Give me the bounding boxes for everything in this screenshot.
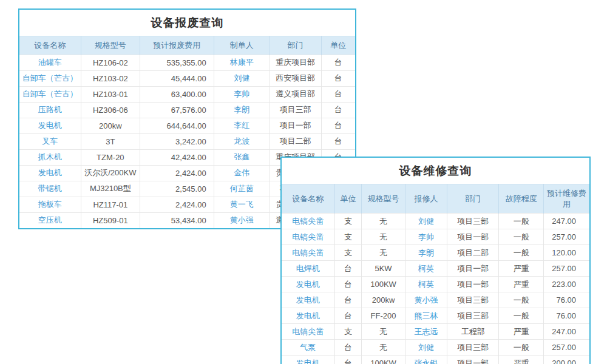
cell: 100KW xyxy=(362,277,405,292)
link-cell[interactable]: 自卸车（芒古） xyxy=(19,70,81,86)
link-cell[interactable]: 空压机 xyxy=(19,212,81,228)
link-cell[interactable]: 柯英 xyxy=(405,261,447,277)
link-cell[interactable]: 带锯机 xyxy=(19,181,81,197)
cell: 53,434.00 xyxy=(140,212,214,228)
cell: 严重 xyxy=(499,261,544,277)
column-header: 预计维修费用 xyxy=(543,184,589,214)
link-cell[interactable]: 李朗 xyxy=(405,245,447,261)
cell: 台 xyxy=(321,70,355,86)
link-cell[interactable]: 叉车 xyxy=(19,133,81,149)
column-header: 规格型号 xyxy=(81,36,140,55)
cell: 200kw xyxy=(81,118,140,133)
link-cell[interactable]: 金伟 xyxy=(214,165,270,181)
cell: HZ106-02 xyxy=(81,55,140,70)
cell: 台 xyxy=(334,308,362,324)
cell: 2,545.00 xyxy=(140,181,214,197)
column-header: 报修人 xyxy=(405,184,447,214)
cell: 5KW xyxy=(362,261,405,277)
link-cell[interactable]: 发电机 xyxy=(19,165,81,181)
header-row: 设备名称规格型号预计报废费用制单人部门单位 xyxy=(19,36,355,55)
link-cell[interactable]: 抓木机 xyxy=(19,149,81,165)
cell: 200.00 xyxy=(543,356,589,364)
cell: 无 xyxy=(362,324,405,340)
link-cell[interactable]: 李朗 xyxy=(214,102,270,118)
scrap-table-head: 设备名称规格型号预计报废费用制单人部门单位 xyxy=(19,36,355,55)
link-cell[interactable]: 电镐尖凿 xyxy=(282,214,334,229)
link-cell[interactable]: 发电机 xyxy=(282,292,334,308)
cell: 644,644.00 xyxy=(140,118,214,133)
cell: 台 xyxy=(321,118,355,133)
link-cell[interactable]: 黄一飞 xyxy=(214,197,270,212)
cell: 台 xyxy=(334,340,362,356)
link-cell[interactable]: 气泵 xyxy=(282,340,334,356)
table-row: 电镐尖凿支无王志远工程部严重247.00 xyxy=(282,324,589,340)
cell: 项目一部 xyxy=(270,118,322,133)
link-cell[interactable]: 拖板车 xyxy=(19,197,81,212)
table-row: 油罐车HZ106-02535,355.00林康平重庆项目部台 xyxy=(19,55,355,70)
link-cell[interactable]: 电焊机 xyxy=(282,261,334,277)
cell: 一般 xyxy=(499,245,544,261)
table-row: 电镐尖凿支无李朗项目二部一般120.00 xyxy=(282,245,589,261)
cell: 无 xyxy=(362,214,405,229)
link-cell[interactable]: 李帅 xyxy=(214,86,270,102)
link-cell[interactable]: 张永银 xyxy=(405,356,447,364)
cell: 台 xyxy=(334,277,362,292)
cell: 无 xyxy=(362,229,405,245)
cell: 120.00 xyxy=(543,245,589,261)
link-cell[interactable]: 林康平 xyxy=(214,55,270,70)
link-cell[interactable]: 王志远 xyxy=(405,324,447,340)
link-cell[interactable]: 压路机 xyxy=(19,102,81,118)
cell: MJ3210B型 xyxy=(81,181,140,197)
cell: 223.00 xyxy=(543,277,589,292)
link-cell[interactable]: 黄小强 xyxy=(214,212,270,228)
link-cell[interactable]: 李帅 xyxy=(405,229,447,245)
cell: 台 xyxy=(334,292,362,308)
cell: 100KW xyxy=(362,356,405,364)
cell: 2,424.00 xyxy=(140,197,214,212)
link-cell[interactable]: 电镐尖凿 xyxy=(282,229,334,245)
link-cell[interactable]: 电镐尖凿 xyxy=(282,245,334,261)
link-cell[interactable]: 发电机 xyxy=(282,356,334,364)
link-cell[interactable]: 李红 xyxy=(214,118,270,133)
cell: 2,424.00 xyxy=(140,165,214,181)
link-cell[interactable]: 油罐车 xyxy=(19,55,81,70)
link-cell[interactable]: 柯英 xyxy=(405,277,447,292)
cell: 45,444.00 xyxy=(140,70,214,86)
link-cell[interactable]: 刘健 xyxy=(405,340,447,356)
table-row: 电镐尖凿支无李帅项目一部一般257.00 xyxy=(282,229,589,245)
link-cell[interactable]: 自卸车（芒古） xyxy=(19,86,81,102)
cell: 3,242.00 xyxy=(140,133,214,149)
repair-table: 设备名称单位规格型号报修人部门故障程度预计维修费用 电镐尖凿支无刘健项目三部一般… xyxy=(282,184,589,364)
column-header: 部门 xyxy=(447,184,499,214)
column-header: 设备名称 xyxy=(282,184,334,214)
link-cell[interactable]: 发电机 xyxy=(282,277,334,292)
cell: 535,355.00 xyxy=(140,55,214,70)
cell: 247.00 xyxy=(543,324,589,340)
cell: 支 xyxy=(334,245,362,261)
cell: 严重 xyxy=(499,277,544,292)
cell: 项目三部 xyxy=(447,214,499,229)
cell: 重庆项目部 xyxy=(270,55,322,70)
link-cell[interactable]: 熊三林 xyxy=(405,308,447,324)
cell: 257.00 xyxy=(543,229,589,245)
link-cell[interactable]: 龙波 xyxy=(214,133,270,149)
repair-table-body: 电镐尖凿支无刘健项目三部一般247.00电镐尖凿支无李帅项目一部一般257.00… xyxy=(282,214,589,364)
link-cell[interactable]: 电镐尖凿 xyxy=(282,324,334,340)
table-row: 电焊机台5KW柯英项目一部严重257.00 xyxy=(282,261,589,277)
link-cell[interactable]: 发电机 xyxy=(19,118,81,133)
table-row: 电镐尖凿支无刘健项目三部一般247.00 xyxy=(282,214,589,229)
link-cell[interactable]: 黄小强 xyxy=(405,292,447,308)
link-cell[interactable]: 刘健 xyxy=(405,214,447,229)
cell: 一般 xyxy=(499,340,544,356)
cell: 3T xyxy=(81,133,140,149)
cell: 项目三部 xyxy=(447,340,499,356)
table-row: 叉车3T3,242.00龙波项目二部台 xyxy=(19,133,355,149)
column-header: 制单人 xyxy=(214,36,270,55)
cell: 项目二部 xyxy=(447,245,499,261)
table-row: 气泵台无刘健项目三部一般257.00 xyxy=(282,340,589,356)
cell: 76.00 xyxy=(543,308,589,324)
link-cell[interactable]: 张鑫 xyxy=(214,149,270,165)
link-cell[interactable]: 刘健 xyxy=(214,70,270,86)
link-cell[interactable]: 何芷茵 xyxy=(214,181,270,197)
link-cell[interactable]: 发电机 xyxy=(282,308,334,324)
